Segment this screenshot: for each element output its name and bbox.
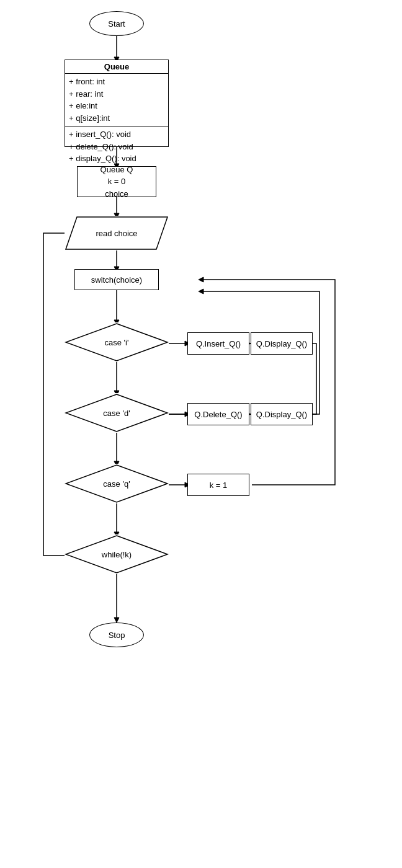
class-attrs: + front: int + rear: int + ele:int + q[s…: [65, 74, 168, 126]
start-label: Start: [108, 19, 125, 29]
connectors: [0, 0, 402, 868]
read-choice-node: read choice: [65, 216, 169, 250]
k-eq-1-node: k = 1: [187, 474, 249, 496]
display-q2-node: Q.Display_Q(): [251, 403, 313, 425]
while-node: while(!k): [65, 534, 169, 574]
svg-marker-26: [199, 277, 203, 282]
svg-marker-21: [199, 289, 203, 294]
class-box-node: Queue + front: int + rear: int + ele:int…: [65, 60, 169, 147]
insert-q-label: Q.Insert_Q(): [196, 339, 241, 348]
stop-label: Stop: [109, 631, 125, 640]
display-q1-node: Q.Display_Q(): [251, 332, 313, 355]
case-q-node: case 'q': [65, 464, 169, 503]
stop-node: Stop: [89, 622, 144, 647]
delete-q-label: Q.Delete_Q(): [194, 410, 242, 419]
case-i-node: case 'i': [65, 322, 169, 362]
switch-node: switch(choice): [74, 269, 159, 290]
while-label: while(!k): [102, 550, 132, 559]
case-d-label: case 'd': [103, 409, 130, 418]
class-methods: + insert_Q(): void + delete_Q(): void + …: [65, 126, 168, 167]
display-q1-label: Q.Display_Q(): [256, 339, 307, 348]
display-q2-label: Q.Display_Q(): [256, 410, 307, 419]
switch-label: switch(choice): [91, 275, 142, 285]
flowchart-diagram: Start Queue + front: int + rear: int + e…: [0, 0, 402, 868]
case-i-label: case 'i': [105, 338, 129, 347]
case-d-node: case 'd': [65, 393, 169, 433]
class-title: Queue: [65, 60, 168, 74]
read-choice-label: read choice: [96, 229, 137, 238]
delete-q-node: Q.Delete_Q(): [187, 403, 249, 425]
init-node: Queue Q k = 0 choice: [77, 166, 156, 197]
insert-q-node: Q.Insert_Q(): [187, 332, 249, 355]
start-node: Start: [89, 11, 144, 36]
k-eq-1-label: k = 1: [210, 480, 228, 490]
svg-marker-31: [114, 618, 119, 622]
case-q-label: case 'q': [103, 479, 130, 489]
